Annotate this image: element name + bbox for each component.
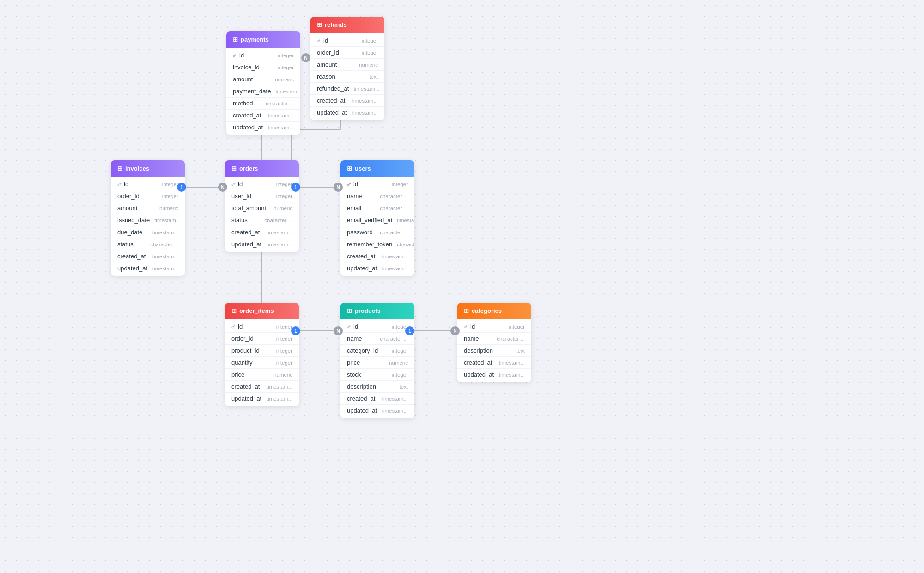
table-orders-body: ⚷id integer user_id integer total_amount… [225, 177, 299, 252]
table-row: amount numeric [310, 59, 384, 71]
table-invoices-body: ⚷id integer order_id integer amount nume… [111, 177, 185, 276]
table-row: invoice_id integer [226, 61, 300, 73]
table-row: name character ... [457, 333, 531, 345]
table-users-body: ⚷id integer name character ... email cha… [340, 177, 414, 276]
table-categories[interactable]: ⊞ categories ⚷id integer name character … [457, 303, 531, 382]
table-invoices-header: ⊞ invoices [111, 160, 185, 177]
table-row: created_at timestam... [340, 250, 414, 262]
table-row: email_verified_at timestam... [340, 214, 414, 226]
table-row: stock integer [340, 369, 414, 381]
table-row: name character ... [340, 333, 414, 345]
table-users-icon: ⊞ [347, 165, 352, 172]
table-row: updated_at timestam... [310, 107, 384, 118]
table-invoices-title: invoices [125, 165, 149, 172]
table-payments-body: ⚷id integer invoice_id integer amount nu… [226, 48, 300, 135]
table-row: description text [457, 345, 531, 357]
connector-products-1: 1 [405, 326, 414, 335]
table-users-header: ⊞ users [340, 160, 414, 177]
table-row: refunded_at timestam... [310, 83, 384, 95]
key-icon: ⚷ [230, 323, 237, 330]
table-row: description text [340, 381, 414, 393]
table-row: ⚷id integer [340, 321, 414, 333]
table-row: ⚷id integer [225, 321, 299, 333]
connector-categories-n: N [450, 326, 460, 335]
table-row: ⚷id integer [310, 35, 384, 47]
table-products[interactable]: ⊞ products ⚷id integer name character ..… [340, 303, 414, 418]
connector-orderitems-1: 1 [291, 326, 300, 335]
table-order-items-title: order_items [239, 307, 274, 314]
table-row: updated_at timestam... [226, 122, 300, 133]
table-refunds-header: ⊞ refunds [310, 17, 384, 33]
table-row: updated_at timestam... [225, 393, 299, 404]
table-orders[interactable]: ⊞ orders ⚷id integer user_id integer tot… [225, 160, 299, 252]
table-orders-header: ⊞ orders [225, 160, 299, 177]
table-payments-icon: ⊞ [233, 36, 238, 43]
table-order-items-body: ⚷id integer order_id integer product_id … [225, 319, 299, 406]
table-row: user_id integer [225, 190, 299, 202]
table-payments-header: ⊞ payments [226, 31, 300, 48]
table-row: amount numeric [226, 73, 300, 85]
table-row: order_id integer [111, 190, 185, 202]
connector-payments-n: N [301, 53, 310, 62]
table-row: ⚷id integer [340, 178, 414, 190]
table-row: created_at timestam... [225, 226, 299, 238]
table-order-items-icon: ⊞ [231, 307, 237, 314]
table-row: updated_at timestam... [225, 238, 299, 250]
table-categories-header: ⊞ categories [457, 303, 531, 319]
table-row: created_at timestam... [340, 393, 414, 405]
table-orders-title: orders [239, 165, 258, 172]
table-categories-icon: ⊞ [464, 307, 469, 314]
table-order-items-header: ⊞ order_items [225, 303, 299, 319]
table-row: created_at timestam... [457, 357, 531, 369]
key-icon: ⚷ [231, 52, 238, 59]
table-products-title: products [355, 307, 381, 314]
table-row: ⚷id integer [111, 178, 185, 190]
table-products-header: ⊞ products [340, 303, 414, 319]
table-row: created_at timestam... [111, 250, 185, 262]
table-row: created_at timestam... [225, 381, 299, 393]
diagram-canvas: N 1 N 1 N 1 N 1 N ⊞ payments ⚷id integer… [0, 0, 924, 573]
table-products-icon: ⊞ [347, 307, 352, 314]
table-categories-body: ⚷id integer name character ... descripti… [457, 319, 531, 382]
table-refunds[interactable]: ⊞ refunds ⚷id integer order_id integer a… [310, 17, 384, 120]
connector-invoices-1: 1 [177, 183, 186, 192]
table-row: status character ... [225, 214, 299, 226]
connections-svg [0, 0, 924, 573]
table-row: email character ... [340, 202, 414, 214]
table-products-body: ⚷id integer name character ... category_… [340, 319, 414, 418]
table-row: updated_at timestam... [340, 262, 414, 274]
table-row: method character ... [226, 98, 300, 110]
table-row: quantity integer [225, 357, 299, 369]
table-row: payment_date timestam... [226, 85, 300, 98]
connector-orders-n-left: N [218, 183, 227, 192]
table-row: ⚷id integer [226, 49, 300, 61]
key-icon: ⚷ [116, 181, 123, 188]
table-row: created_at timestam... [310, 95, 384, 107]
table-row: category_id integer [340, 345, 414, 357]
table-categories-title: categories [472, 307, 502, 314]
key-icon: ⚷ [346, 323, 353, 330]
key-icon: ⚷ [230, 181, 237, 188]
table-users-title: users [355, 165, 371, 172]
table-row: reason text [310, 71, 384, 83]
table-row: remember_token character ... [340, 238, 414, 250]
table-payments[interactable]: ⊞ payments ⚷id integer invoice_id intege… [226, 31, 300, 135]
table-row: password character ... [340, 226, 414, 238]
table-invoices[interactable]: ⊞ invoices ⚷id integer order_id integer … [111, 160, 185, 276]
connector-orders-1: 1 [291, 183, 300, 192]
connector-users-n: N [334, 183, 343, 192]
table-payments-title: payments [241, 36, 269, 43]
table-users[interactable]: ⊞ users ⚷id integer name character ... e… [340, 160, 414, 276]
table-row: price numeric [225, 369, 299, 381]
table-orders-icon: ⊞ [231, 165, 237, 172]
table-row: due_date timestam... [111, 226, 185, 238]
table-row: name character ... [340, 190, 414, 202]
table-order-items[interactable]: ⊞ order_items ⚷id integer order_id integ… [225, 303, 299, 406]
table-row: total_amount numeric [225, 202, 299, 214]
table-row: product_id integer [225, 345, 299, 357]
table-row: order_id integer [225, 333, 299, 345]
table-row: amount numeric [111, 202, 185, 214]
table-row: price numeric [340, 357, 414, 369]
table-row: ⚷id integer [457, 321, 531, 333]
table-row: issued_date timestam... [111, 214, 185, 226]
